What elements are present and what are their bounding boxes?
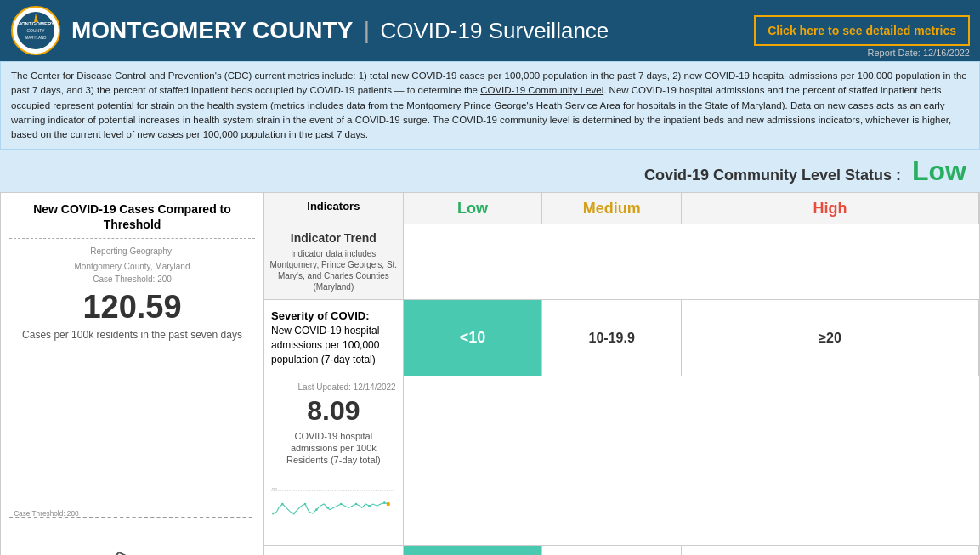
capacity-medium-cell: 10-14.9%: [542, 546, 682, 555]
trend-header-label: Indicator Trend: [268, 231, 399, 245]
cases-panel: New COVID-19 Cases Compared to Threshold…: [1, 193, 264, 555]
svg-text:COUNTY: COUNTY: [26, 28, 45, 33]
svg-text:MARYLAND: MARYLAND: [25, 36, 48, 40]
svg-point-12: [281, 502, 284, 505]
right-section: Indicators Low Medium High Indicator Tre…: [264, 193, 979, 555]
description-text: The Center for Disease Control and Preve…: [11, 71, 967, 139]
indicators-col-header: Indicators: [264, 193, 404, 224]
severity-trend-svg: 10.0: [271, 470, 396, 538]
severity-medium-cell: 10-19.9: [542, 300, 682, 376]
cases-chart: Case Threshold: 200: [9, 348, 255, 555]
capacity-indicator-cell: Hospital Capacity: Percent of staffed in…: [264, 546, 404, 555]
severity-title: Severity of COVID:: [271, 309, 370, 322]
page-header: MONTGOMERY COUNTY MARYLAND MONTGOMERY CO…: [0, 0, 980, 61]
surveillance-title: COVID-19 Surveillance: [381, 18, 609, 43]
case-subtitle: Cases per 100k residents in the past sev…: [22, 329, 242, 343]
severity-high-cell: ≥20: [682, 300, 979, 376]
svg-point-20: [383, 501, 386, 504]
capacity-high-cell: ≥15%: [682, 546, 979, 555]
low-col-header: Low: [404, 193, 543, 224]
column-headers: Indicators Low Medium High Indicator Tre…: [264, 193, 979, 300]
svg-text:Case Threshold: 200: Case Threshold: 200: [14, 510, 79, 518]
high-col-header: High: [682, 193, 979, 224]
svg-point-11: [272, 512, 275, 514]
svg-point-17: [340, 502, 343, 505]
title-pipe: |: [364, 17, 370, 43]
capacity-row: Hospital Capacity: Percent of staffed in…: [264, 546, 979, 555]
medium-col-header: Medium: [542, 193, 682, 224]
description-box: The Center for Disease Control and Preve…: [0, 61, 980, 150]
severity-medium-value: 10-19.9: [589, 331, 635, 346]
header-title-block: MONTGOMERY COUNTY | COVID-19 Surveillanc…: [71, 17, 744, 44]
svg-point-15: [315, 508, 318, 511]
county-name: MONTGOMERY COUNTY: [71, 17, 353, 43]
reporting-geo-label: Reporting Geography:: [90, 246, 173, 256]
cases-chart-svg: Case Threshold: 200: [9, 348, 255, 555]
severity-low-value: <10: [460, 329, 486, 347]
svg-point-18: [355, 502, 358, 505]
severity-trend-last-updated: Last Updated: 12/14/2022: [271, 382, 396, 392]
cases-panel-title: New COVID-19 Cases Compared to Threshold: [9, 201, 255, 232]
trend-header-subtext: Indicator data includes Montgomery, Prin…: [268, 248, 399, 292]
community-level-bar: Covid-19 Community Level Status : Low: [0, 150, 980, 192]
severity-trend-panel: Last Updated: 12/14/2022 8.09 COVID-19 h…: [264, 376, 404, 545]
main-data-grid: New COVID-19 Cases Compared to Threshold…: [0, 192, 980, 555]
svg-point-19: [368, 505, 371, 507]
severity-desc: New COVID-19 hospital admissions per 100…: [271, 325, 379, 365]
severity-trend-chart: 10.0: [271, 470, 396, 538]
case-threshold-label: Case Threshold: 200: [93, 275, 172, 284]
svg-point-13: [292, 512, 295, 514]
severity-trend-value: 8.09: [271, 395, 396, 427]
severity-high-value: ≥20: [819, 331, 841, 346]
report-date: Report Date: 12/16/2022: [868, 48, 970, 58]
svg-text:10.0: 10.0: [272, 488, 277, 491]
county-logo: MONTGOMERY COUNTY MARYLAND: [10, 5, 61, 56]
svg-point-14: [304, 502, 307, 505]
severity-low-cell: <10: [404, 300, 543, 376]
svg-point-16: [326, 507, 329, 509]
community-level-label: Covid-19 Community Level Status :: [644, 167, 901, 184]
case-number: 120.59: [82, 289, 181, 326]
community-level-value: Low: [912, 156, 966, 186]
reporting-geo-value: Montgomery County, Maryland: [75, 262, 190, 271]
details-button[interactable]: Click here to see detailed metrics: [754, 15, 970, 46]
severity-indicator-cell: Severity of COVID: New COVID-19 hospital…: [264, 300, 404, 376]
severity-row: Severity of COVID: New COVID-19 hospital…: [264, 300, 979, 545]
capacity-low-cell: <10%: [404, 546, 543, 555]
severity-trend-desc: COVID-19 hospital admissions per 100k Re…: [271, 430, 396, 467]
trend-col-header: Indicator Trend Indicator data includes …: [264, 224, 404, 299]
